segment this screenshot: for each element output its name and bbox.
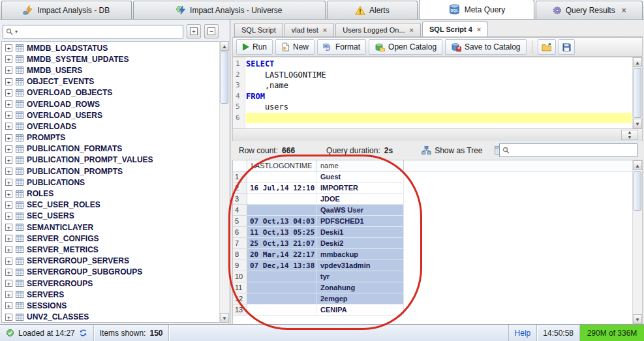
tab-query-results[interactable]: Query Results × bbox=[536, 1, 643, 19]
close-icon[interactable]: × bbox=[477, 26, 481, 33]
tab-vlad-test[interactable]: vlad test × bbox=[284, 23, 334, 37]
tab-alerts[interactable]: Alerts bbox=[327, 1, 418, 19]
expand-icon[interactable]: + bbox=[5, 314, 12, 321]
tree-item-publication-prompts[interactable]: +PUBLICATION_PROMPTS bbox=[2, 166, 220, 177]
column-header-lastlogontime[interactable]: LASTLOGONTIME bbox=[247, 160, 316, 171]
tree-item-publications[interactable]: +PUBLICATIONS bbox=[2, 177, 220, 188]
tree-item-unv2-classes[interactable]: +UNV2_CLASSES bbox=[2, 312, 220, 323]
scroll-down-button[interactable]: ▼ bbox=[633, 314, 642, 324]
tree-item-servers[interactable]: +SERVERS bbox=[2, 289, 220, 300]
expand-icon[interactable]: + bbox=[5, 123, 12, 130]
editor-scrollbar[interactable]: ▲▼ bbox=[632, 57, 642, 128]
table-row[interactable]: 725 Oct,13 21:07Deski2 bbox=[233, 238, 632, 249]
expand-icon[interactable]: + bbox=[5, 235, 12, 242]
close-icon[interactable]: × bbox=[622, 7, 626, 14]
collapse-all-button[interactable]: − bbox=[204, 24, 219, 38]
tree-item-roles[interactable]: +ROLES bbox=[2, 188, 220, 199]
expand-icon[interactable]: + bbox=[5, 190, 12, 198]
code-line[interactable] bbox=[246, 113, 632, 124]
save-to-catalog-button[interactable]: Save to Catalog bbox=[445, 39, 526, 55]
tree-item-mmdb-users[interactable]: +MMDB_USERS bbox=[2, 65, 220, 76]
table-row[interactable]: 13CENIPA bbox=[233, 304, 632, 316]
tree-item-overload-users[interactable]: +OVERLOAD_USERS bbox=[2, 110, 220, 121]
expand-icon[interactable]: + bbox=[5, 111, 12, 119]
expand-icon[interactable]: + bbox=[5, 291, 12, 298]
column-header-name[interactable]: name bbox=[316, 160, 404, 171]
expand-icon[interactable]: + bbox=[5, 168, 12, 175]
scroll-thumb[interactable] bbox=[221, 52, 228, 104]
open-file-button[interactable] bbox=[538, 39, 556, 55]
tree-item-sessions[interactable]: +SESSIONS bbox=[2, 300, 220, 311]
expand-icon[interactable]: + bbox=[5, 156, 12, 164]
expand-icon[interactable]: + bbox=[5, 100, 12, 108]
tab-sql-script[interactable]: SQL Script bbox=[234, 23, 283, 37]
sql-editor[interactable]: 123456 SELECT LASTLOGONTIME ,nameFROM us… bbox=[232, 57, 643, 129]
expand-icon[interactable]: + bbox=[5, 55, 12, 63]
code-line[interactable]: ,name bbox=[246, 80, 632, 91]
tab-impact-analysis-universe[interactable]: Impact Analysis - Universe bbox=[133, 1, 326, 19]
scroll-up-button[interactable]: ▲ bbox=[633, 57, 642, 67]
scroll-thumb[interactable] bbox=[634, 171, 641, 211]
scroll-down-button[interactable]: ▼ bbox=[633, 119, 642, 128]
table-row[interactable]: 507 Oct,13 04:03PDFSCHED1 bbox=[233, 216, 632, 227]
tree-item-semanticlayer[interactable]: +SEMANTICLAYER bbox=[2, 222, 220, 233]
tree-item-servergroup-subgroups[interactable]: +SERVERGROUP_SUBGROUPS bbox=[2, 267, 220, 278]
code-line[interactable]: SELECT bbox=[246, 59, 632, 70]
tree-item-sec-user-roles[interactable]: +SEC_USER_ROLES bbox=[2, 200, 220, 211]
table-row[interactable]: 10tyr bbox=[233, 271, 632, 282]
code-line[interactable]: users bbox=[246, 102, 632, 113]
expand-icon[interactable]: + bbox=[5, 145, 12, 153]
close-icon[interactable]: × bbox=[323, 27, 327, 34]
tree-item-overload-objects[interactable]: +OVERLOAD_OBJECTS bbox=[2, 87, 220, 98]
results-search-input[interactable] bbox=[512, 146, 634, 155]
tree-item-server-metrics[interactable]: +SERVER_METRICS bbox=[2, 244, 220, 255]
tree-item-object-events[interactable]: +OBJECT_EVENTS bbox=[2, 76, 220, 87]
tab-sql-script-4[interactable]: SQL Script 4 × bbox=[422, 22, 488, 37]
table-row[interactable]: 122emgep bbox=[233, 293, 632, 304]
expand-icon[interactable]: + bbox=[5, 67, 12, 74]
scroll-up-button[interactable]: ▲ bbox=[220, 41, 229, 51]
table-row[interactable]: 907 Dec,14 13:38vpdev31admin bbox=[233, 260, 632, 271]
scroll-up-button[interactable]: ▲ bbox=[633, 160, 642, 170]
format-button[interactable]: Format bbox=[317, 39, 366, 55]
expand-icon[interactable]: + bbox=[5, 44, 12, 52]
sidebar-search[interactable]: ▾ bbox=[3, 25, 183, 38]
table-row[interactable]: 611 Oct,13 05:25Deski1 bbox=[233, 227, 632, 238]
editor-code[interactable]: SELECT LASTLOGONTIME ,nameFROM users bbox=[246, 57, 632, 128]
expand-icon[interactable]: + bbox=[5, 213, 12, 220]
table-row[interactable]: 1Guest bbox=[233, 171, 632, 183]
expand-icon[interactable]: + bbox=[5, 280, 12, 287]
help-link[interactable]: Help bbox=[515, 329, 531, 338]
expand-icon[interactable]: + bbox=[5, 179, 12, 186]
open-catalog-button[interactable]: Open Catalog bbox=[369, 39, 442, 55]
tab-users-logged-on[interactable]: Users Logged On... × bbox=[335, 23, 421, 37]
table-row[interactable]: 3JDOE bbox=[233, 194, 632, 205]
tree-item-servergroup-servers[interactable]: +SERVERGROUP_SERVERS bbox=[2, 256, 220, 267]
table-row[interactable]: 11Zonahung bbox=[233, 282, 632, 293]
refresh-icon[interactable] bbox=[79, 329, 87, 337]
tab-impact-analysis-db[interactable]: Impact Analysis - DB bbox=[1, 1, 132, 19]
table-row[interactable]: 216 Jul,14 12:10IMPORTER bbox=[233, 183, 632, 194]
collapse-down-icon[interactable]: ▼ bbox=[628, 135, 632, 140]
expand-icon[interactable]: + bbox=[5, 78, 12, 85]
expand-icon[interactable]: + bbox=[5, 201, 12, 209]
expand-icon[interactable]: + bbox=[5, 134, 12, 141]
code-line[interactable]: LASTLOGONTIME bbox=[246, 70, 632, 81]
table-row[interactable]: 4QaaWS User bbox=[233, 205, 632, 216]
results-search[interactable] bbox=[499, 143, 637, 157]
tree-item-server-configs[interactable]: +SERVER_CONFIGS bbox=[2, 233, 220, 244]
expand-icon[interactable]: + bbox=[5, 258, 12, 265]
expand-icon[interactable]: + bbox=[5, 224, 12, 231]
code-line[interactable]: FROM bbox=[246, 91, 632, 102]
results-scrollbar[interactable]: ▲▼ bbox=[632, 160, 642, 324]
tree-item-mmdb-system-updates[interactable]: +MMDB_SYSTEM_UPDATES bbox=[2, 53, 220, 65]
tree-item-publication-formats[interactable]: +PUBLICATION_FORMATS bbox=[2, 143, 220, 155]
tree-item-publication-prompt-values[interactable]: +PUBLICATION_PROMPT_VALUES bbox=[2, 155, 220, 166]
scroll-thumb[interactable] bbox=[634, 68, 641, 118]
chevron-down-icon[interactable]: ▾ bbox=[15, 29, 18, 35]
run-button[interactable]: Run bbox=[236, 39, 273, 55]
expand-icon[interactable]: + bbox=[5, 89, 12, 96]
tree-item-overload-rows[interactable]: +OVERLOAD_ROWS bbox=[2, 98, 220, 110]
expand-icon[interactable]: + bbox=[5, 269, 12, 276]
expand-icon[interactable]: + bbox=[5, 302, 12, 309]
